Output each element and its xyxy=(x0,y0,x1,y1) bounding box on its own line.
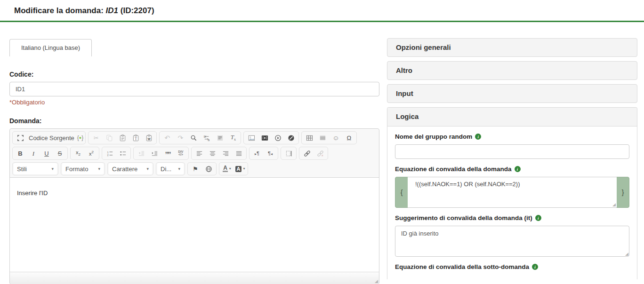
tab-italiano-lingua-base[interactable]: Italiano (Lingua base) xyxy=(9,39,92,56)
info-icon[interactable]: i xyxy=(515,166,521,172)
italic-button[interactable]: I xyxy=(27,148,40,159)
font-dropdown[interactable]: Carattere▾ xyxy=(109,163,152,174)
superscript-button[interactable]: x2 xyxy=(85,148,98,159)
chevron-down-icon: ▾ xyxy=(178,166,180,171)
text-color-button[interactable]: A▾ xyxy=(220,163,233,174)
special-char-icon: Ω xyxy=(346,135,351,141)
toolbar-group: A▾A▾ xyxy=(219,162,248,175)
size-dropdown[interactable]: Di...▾ xyxy=(157,163,184,174)
toolbar-group: ☺Ω xyxy=(301,131,357,144)
flag-button[interactable]: ⚑ xyxy=(189,163,202,174)
align-left-button[interactable] xyxy=(193,148,206,159)
font-dropdown-label: Carattere xyxy=(112,166,137,173)
subscript-button[interactable]: x2 xyxy=(72,148,85,159)
codice-input[interactable] xyxy=(9,82,379,96)
bulleted-list-button[interactable] xyxy=(116,148,129,159)
globe-button[interactable] xyxy=(202,163,215,174)
bidi-rtl-button[interactable]: ¶◂ xyxy=(264,148,277,159)
question-code: ID1 xyxy=(106,6,118,15)
source-braces-icon: {●} xyxy=(77,135,83,141)
editor-content-area[interactable]: Inserire l'ID xyxy=(10,178,379,272)
bulleted-list-icon xyxy=(120,150,127,157)
remove-format-button[interactable]: Tx xyxy=(226,132,240,143)
underline-icon: U xyxy=(44,150,48,157)
paste-text-button[interactable]: T xyxy=(129,132,142,143)
accordion-header-opzioni-generali[interactable]: Opzioni generali xyxy=(387,38,637,57)
embed-button[interactable] xyxy=(271,132,284,143)
unlink-button[interactable] xyxy=(314,148,327,159)
horizontal-rule-button[interactable] xyxy=(316,132,329,143)
flash-icon xyxy=(288,134,295,142)
globe-icon xyxy=(205,166,212,173)
find-button[interactable] xyxy=(187,132,200,143)
select-all-button[interactable] xyxy=(213,132,226,143)
toolbar-group: BIUS xyxy=(12,147,68,160)
align-center-button[interactable] xyxy=(206,148,219,159)
editor-status-bar: ◢ xyxy=(10,272,379,284)
maximize-icon xyxy=(17,134,24,142)
editor-text: Inserire l'ID xyxy=(17,189,48,197)
format-dropdown-label: Formato xyxy=(65,166,88,173)
align-justify-button[interactable] xyxy=(232,148,245,159)
copy-button[interactable] xyxy=(103,132,116,143)
smiley-button[interactable]: ☺ xyxy=(329,132,342,143)
info-icon[interactable]: i xyxy=(535,215,541,221)
paste-icon xyxy=(119,134,126,142)
toolbar-group: Stili▾ xyxy=(12,162,58,175)
resize-grip-icon[interactable]: ◢ xyxy=(375,279,378,284)
validation-tip-textarea[interactable]: ID già inserito xyxy=(395,226,629,257)
bold-icon: B xyxy=(18,150,22,157)
horizontal-rule-icon xyxy=(319,134,326,142)
accordion-header-logica[interactable]: Logica xyxy=(387,108,637,126)
replace-button[interactable]: ba xyxy=(200,132,213,143)
accordion-panel-logica: Logica Nome del gruppo random i Equazion… xyxy=(387,107,637,279)
undo-button[interactable]: ↶ xyxy=(161,132,174,143)
codice-label: Codice: xyxy=(9,71,379,78)
image-button[interactable] xyxy=(245,132,258,143)
validation-equation-textarea[interactable]: !((self.NAOK==1) OR (self.NAOK==2)) xyxy=(408,177,617,207)
pagebreak-button[interactable] xyxy=(282,148,295,159)
indent-button[interactable] xyxy=(148,148,161,159)
format-dropdown[interactable]: Formato▾ xyxy=(62,163,104,174)
cut-button[interactable]: ✂ xyxy=(89,132,103,143)
align-right-icon xyxy=(222,150,229,157)
link-button[interactable] xyxy=(300,148,314,159)
domanda-label: Domanda: xyxy=(9,117,379,125)
accordion-header-altro[interactable]: Altro xyxy=(387,61,637,80)
chevron-down-icon: ▾ xyxy=(98,166,100,171)
text-color-icon: A▾ xyxy=(223,166,231,172)
maximize-button[interactable] xyxy=(14,132,27,143)
bold-button[interactable]: B xyxy=(14,148,27,159)
page-header: Modificare la domanda: ID1 (ID:2207) xyxy=(0,0,644,22)
size-dropdown-label: Di... xyxy=(161,166,171,173)
random-group-input[interactable] xyxy=(395,144,629,159)
table-button[interactable] xyxy=(303,132,316,143)
media-button[interactable] xyxy=(258,132,271,143)
bg-color-icon: A▾ xyxy=(235,166,245,172)
smiley-icon: ☺ xyxy=(332,134,339,141)
styles-dropdown[interactable]: Stili▾ xyxy=(14,163,57,174)
accordion-header-input[interactable]: Input xyxy=(387,84,637,103)
toolbar-group: Carattere▾ xyxy=(107,162,153,175)
bg-color-button[interactable]: A▾ xyxy=(233,163,247,174)
flash-button[interactable] xyxy=(284,132,298,143)
info-icon[interactable]: i xyxy=(532,264,538,270)
bidi-rtl-icon: ¶◂ xyxy=(268,151,273,156)
remove-format-icon: Tx xyxy=(231,134,236,142)
underline-button[interactable]: U xyxy=(40,148,53,159)
paste-word-button[interactable]: W xyxy=(142,132,155,143)
source-button[interactable]: Codice Sorgente{●} xyxy=(27,132,84,143)
strikethrough-button[interactable]: S xyxy=(53,148,66,159)
redo-button[interactable]: ↷ xyxy=(174,132,187,143)
numbered-list-button[interactable]: 12 xyxy=(103,148,116,159)
info-icon[interactable]: i xyxy=(475,134,481,140)
div-container-button[interactable]: DIV</> xyxy=(174,148,187,159)
blockquote-button[interactable]: ”” xyxy=(161,148,174,159)
superscript-icon: x2 xyxy=(89,150,94,157)
div-container-icon: DIV</> xyxy=(178,150,184,156)
bidi-ltr-button[interactable]: ▸¶ xyxy=(250,148,264,159)
align-right-button[interactable] xyxy=(219,148,232,159)
paste-button[interactable] xyxy=(116,132,129,143)
special-char-button[interactable]: Ω xyxy=(342,132,355,143)
outdent-button[interactable] xyxy=(135,148,148,159)
